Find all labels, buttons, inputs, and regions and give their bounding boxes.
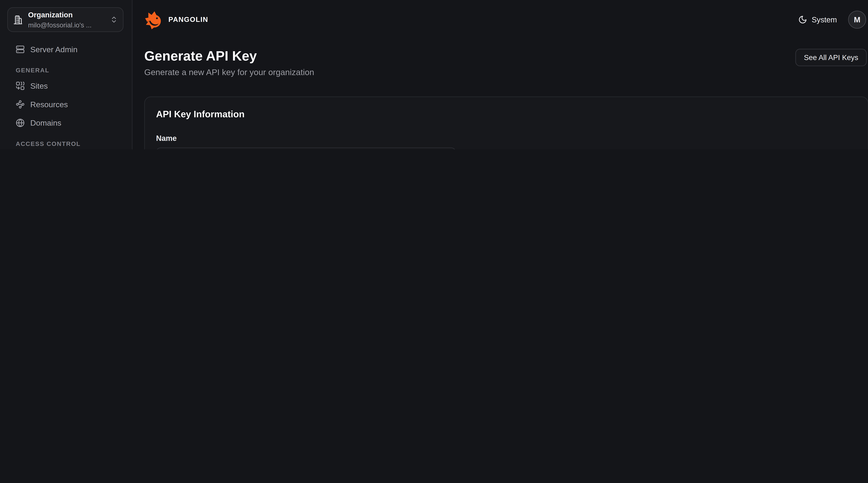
page-subtitle: Generate a new API key for your organiza… <box>144 67 314 77</box>
combine-icon <box>16 81 25 90</box>
building-icon <box>13 14 23 25</box>
org-switcher-label: Organization <box>28 10 73 19</box>
topbar: PANGOLIN System M <box>132 0 868 39</box>
see-all-api-keys-button[interactable]: See All API Keys <box>796 49 867 66</box>
sidebar-section: GENERAL Sites Resources Domains <box>0 67 132 130</box>
sidebar-item-label: Server Admin <box>30 44 78 54</box>
brand: PANGOLIN <box>144 10 208 30</box>
sidebar-sections: GENERAL Sites Resources Domains ACCESS C… <box>0 67 132 149</box>
moon-icon <box>798 15 807 24</box>
name-field-label: Name <box>156 134 857 143</box>
chevrons-up-down-icon <box>110 16 118 24</box>
sidebar: Organization milo@fossorial.io's ... Ser… <box>0 0 132 149</box>
org-switcher[interactable]: Organization milo@fossorial.io's ... <box>7 7 123 32</box>
app-window: Organization milo@fossorial.io's ... Ser… <box>0 0 868 149</box>
sidebar-nav: Server Admin GENERAL Sites Resources Dom… <box>0 41 132 149</box>
sidebar-item-label: Domains <box>30 118 61 127</box>
topbar-right: System M <box>798 10 866 28</box>
brand-name: PANGOLIN <box>168 16 208 24</box>
sidebar-item-resources[interactable]: Resources <box>0 96 132 111</box>
api-key-information-title: API Key Information <box>156 108 857 120</box>
page-head: Generate API Key Generate a new API key … <box>132 39 868 77</box>
sidebar-item-sites[interactable]: Sites <box>0 78 132 93</box>
sidebar-section-title: ACCESS CONTROL <box>16 140 116 147</box>
globe-icon <box>16 118 25 127</box>
sidebar-item-label: Sites <box>30 81 48 90</box>
org-switcher-value: milo@fossorial.io's ... <box>28 21 92 29</box>
avatar-initial: M <box>854 15 861 24</box>
api-key-information-card: API Key Information Name <box>144 96 868 149</box>
main-area: PANGOLIN System M Generate API Key Gener… <box>132 0 868 149</box>
avatar[interactable]: M <box>848 10 866 28</box>
theme-label: System <box>812 15 837 24</box>
name-input[interactable] <box>156 148 456 149</box>
page-title: Generate API Key <box>144 48 314 63</box>
waypoints-icon <box>16 100 25 108</box>
theme-toggle-button[interactable]: System <box>798 15 837 24</box>
sidebar-section-title: GENERAL <box>16 67 116 73</box>
server-icon <box>16 44 25 54</box>
sidebar-item-label: Resources <box>30 100 68 108</box>
sidebar-item-domains[interactable]: Domains <box>0 115 132 130</box>
sidebar-item-server-admin[interactable]: Server Admin <box>0 41 132 57</box>
pangolin-logo-icon <box>144 10 164 30</box>
sidebar-section: ACCESS CONTROL Users Roles Invitations S… <box>0 140 132 149</box>
